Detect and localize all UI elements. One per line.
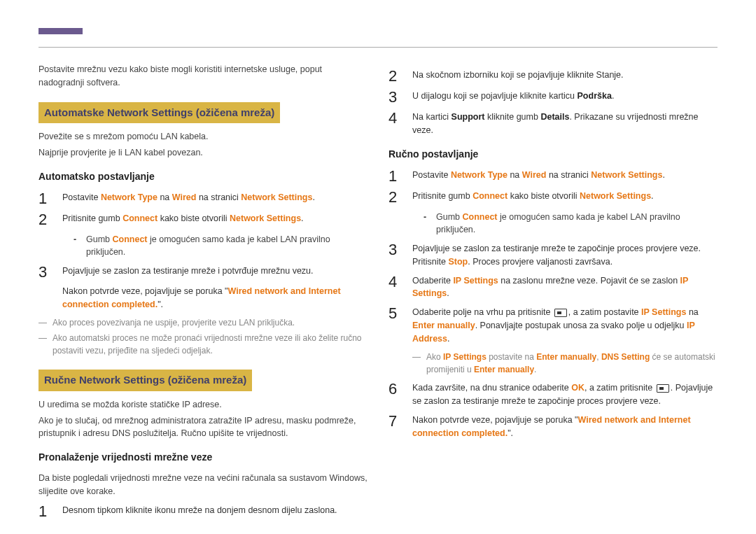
- manual-step-1: 1 Postavite Network Type na Wired na str…: [388, 169, 718, 184]
- step-text: Postavite Network Type na Wired na stran…: [412, 169, 718, 182]
- step-text: U dijalogu koji se pojavljuje kliknite k…: [412, 90, 718, 103]
- auto-setup-subhead: Automatsko postavljanje: [38, 169, 368, 184]
- auto-step-2-note: - Gumb Connect je omogućen samo kada je …: [74, 233, 368, 260]
- step-text: Kada završite, na dnu stranice odaberite…: [412, 381, 718, 408]
- step-number: 3: [38, 265, 52, 280]
- manual-step-2-note: - Gumb Connect je omogućen samo kada je …: [424, 211, 718, 237]
- manual-settings-heading: Ručne Network Settings (ožičena mreža): [38, 370, 252, 391]
- left-column: Postavite mrežnu vezu kako biste mogli k…: [38, 63, 368, 525]
- sec2-p2: Ako je to slučaj, od mrežnog administrat…: [38, 414, 368, 441]
- auto-note-1: ―Ako proces povezivanja ne uspije, provj…: [38, 316, 368, 329]
- auto-step-1: 1 Postavite Network Type na Wired na str…: [38, 191, 368, 206]
- step-number: 5: [388, 306, 402, 321]
- step-number: 7: [388, 414, 402, 429]
- step-text: Odaberite polje na vrhu pa pritisnite , …: [412, 306, 718, 345]
- auto-step-3: 3 Pojavljuje se zaslon za testiranje mre…: [38, 265, 368, 311]
- step-text: Odaberite IP Settings na zaslonu mrežne …: [412, 274, 718, 301]
- manual-step-6: 6 Kada završite, na dnu stranice odaberi…: [388, 381, 718, 408]
- step-number: 4: [388, 111, 402, 126]
- auto-note-2: ―Ako automatski proces ne može pronaći v…: [38, 332, 368, 357]
- find-step-1: 1 Desnom tipkom kliknite ikonu mreže na …: [38, 504, 368, 519]
- manual-step-5: 5 Odaberite polje na vrhu pa pritisnite …: [388, 306, 718, 345]
- step-number: 3: [388, 242, 402, 258]
- header-accent: [38, 28, 83, 34]
- step-number: 1: [388, 169, 402, 184]
- find-step-4: 4 Na kartici Support kliknite gumb Detai…: [388, 111, 718, 137]
- step-text: Pojavljuje se zaslon za testiranje mreže…: [62, 265, 368, 311]
- sec2-p1: U uredima se možda koriste statičke IP a…: [38, 398, 368, 412]
- step-number: 2: [388, 190, 402, 205]
- right-column: 2 Na skočnom izborniku koji se pojavljuj…: [388, 63, 718, 525]
- step-number: 3: [388, 90, 402, 105]
- enter-icon: [657, 384, 669, 393]
- find-values-lead: Da biste pogledali vrijednosti mrežne ve…: [38, 472, 368, 498]
- intro-text: Postavite mrežnu vezu kako biste mogli k…: [38, 63, 368, 90]
- sec1-p2: Najprije provjerite je li LAN kabel pove…: [38, 146, 368, 160]
- manual-step-3: 3 Pojavljuje se zaslon za testiranje mre…: [388, 242, 718, 269]
- step-text: Postavite Network Type na Wired na stran…: [62, 191, 368, 204]
- step-text: Na skočnom izborniku koji se pojavljuje …: [412, 69, 718, 82]
- step-number: 1: [38, 504, 52, 519]
- auto-settings-heading: Automatske Network Settings (ožičena mre…: [38, 102, 280, 124]
- manual-setup-subhead: Ručno postavljanje: [388, 147, 718, 162]
- step-text: Desnom tipkom kliknite ikonu mreže na do…: [62, 504, 368, 517]
- manual-step-7: 7 Nakon potvrde veze, pojavljuje se poru…: [388, 414, 718, 440]
- step-number: 4: [388, 274, 402, 290]
- content-columns: Postavite mrežnu vezu kako biste mogli k…: [38, 63, 718, 525]
- step-text: Pojavljuje se zaslon za testiranje mreže…: [412, 242, 718, 269]
- sec1-p1: Povežite se s mrežom pomoću LAN kabela.: [38, 130, 368, 143]
- find-values-subhead: Pronalaženje vrijednosti mrežne veze: [38, 450, 368, 465]
- step-number: 2: [38, 212, 52, 227]
- auto-step-2: 2 Pritisnite gumb Connect kako biste otv…: [38, 212, 368, 227]
- step-number: 6: [388, 381, 402, 397]
- step-text: Pritisnite gumb Connect kako biste otvor…: [62, 212, 368, 225]
- manual-step-4: 4 Odaberite IP Settings na zaslonu mrežn…: [388, 274, 718, 301]
- manual-note: ― Ako IP Settings postavite na Enter man…: [412, 351, 718, 376]
- step-text: Na kartici Support kliknite gumb Details…: [412, 111, 718, 137]
- find-step-2: 2 Na skočnom izborniku koji se pojavljuj…: [388, 69, 718, 84]
- step-number: 2: [388, 69, 402, 84]
- manual-step-2: 2 Pritisnite gumb Connect kako biste otv…: [388, 190, 718, 205]
- step-number: 1: [38, 191, 52, 206]
- enter-icon: [554, 309, 567, 317]
- header-divider: [38, 47, 718, 48]
- step-text: Nakon potvrde veze, pojavljuje se poruka…: [412, 414, 718, 440]
- find-step-3: 3 U dijalogu koji se pojavljuje kliknite…: [388, 90, 718, 105]
- step-text: Pritisnite gumb Connect kako biste otvor…: [412, 190, 718, 203]
